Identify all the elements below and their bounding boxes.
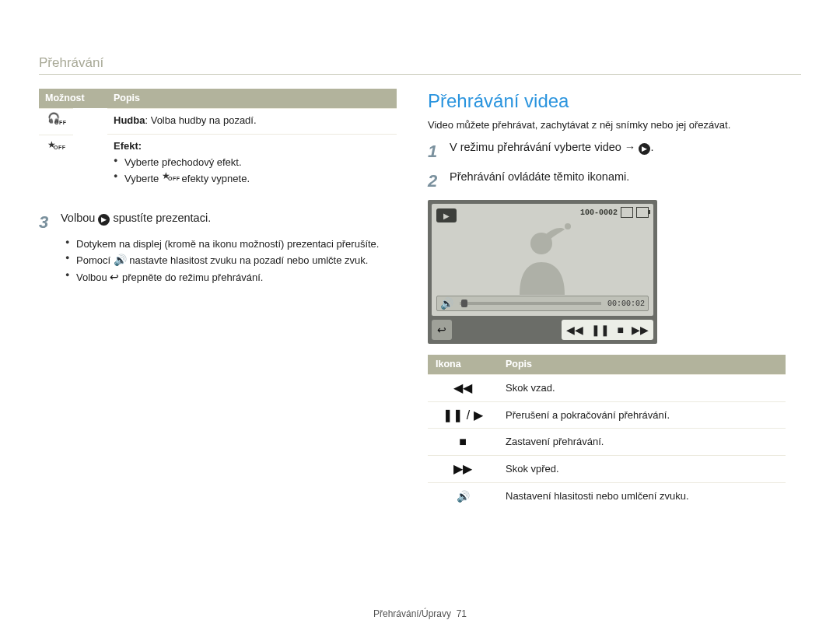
pause-icon: ❚❚ [591,323,610,338]
battery-icon [636,207,649,218]
progress-knob [461,299,467,307]
progress-track [460,302,601,305]
pause-play-icon: ❚❚ / ▶ [428,401,498,429]
left-column: Možnost Popis Hudba: Volba hudby na poza… [39,89,397,509]
section-title: Přehrávání videa [428,89,786,114]
options-table: Možnost Popis Hudba: Volba hudby na poza… [39,89,397,197]
speaker-icon [114,254,127,266]
step-number: 3 [39,211,53,234]
stop-icon: ■ [428,429,498,456]
play-circle-icon: ▶ [98,214,110,226]
rewind-icon: ◀◀ [428,375,498,402]
star-off-icon [39,135,73,159]
list-item: Vyberte efekty vypnete. [114,171,390,186]
cell-desc: Přerušení a pokračování přehrávání. [498,401,786,429]
page-footer: Přehrávání/Úpravy 71 [0,608,840,620]
table-row: ■ Zastavení přehrávání. [428,429,786,456]
crop-icon [621,207,633,218]
cell-music-desc: Hudba: Volba hudby na pozadí. [107,108,397,135]
svg-point-1 [565,223,571,229]
cell-effect-desc: Efekt: Vyberte přechodový efekt. Vyberte… [107,135,397,197]
manual-page: Přehrávání Možnost Popis Hudba: Volba hu… [0,0,840,634]
star-off-icon-inline [162,171,179,182]
return-icon [110,271,119,283]
file-counter: 100-0002 [580,208,618,219]
step-2: 2 Přehrávání ovládáte těmito ikonami. [428,170,786,193]
th-icon: Ikona [428,355,498,374]
cell-desc: Skok vzad. [498,375,786,402]
back-button [432,320,452,340]
progress-bar: 00:00:02 [436,296,649,311]
step-3: 3 Volbou ▶ spustíte prezentaci. [39,211,397,234]
step-number: 1 [428,140,442,163]
fast-forward-icon: ▶▶ [428,455,498,482]
table-row: Efekt: Vyberte přechodový efekt. Vyberte… [39,135,397,197]
right-column: Přehrávání videa Video můžete přehrávat,… [428,89,786,509]
list-item: Dotykem na displej (kromě na ikonu možno… [65,237,397,251]
footer-section: Přehrávání/Úpravy [373,608,451,619]
transport-controls: ◀◀ ❚❚ ■ ▶▶ [562,320,653,340]
running-header: Přehrávání [39,54,801,75]
table-row: ❚❚ / ▶ Přerušení a pokračování přehráván… [428,401,786,429]
icons-table: Ikona Popis ◀◀ Skok vzad. ❚❚ / ▶ Přeruše… [428,355,786,509]
cell-desc: Skok vpřed. [498,455,786,482]
player-bottom-bar: ◀◀ ❚❚ ■ ▶▶ [432,320,653,340]
step-text: Volbou ▶ spustíte prezentaci. [61,211,397,226]
stop-icon: ■ [618,323,624,338]
footer-page-number: 71 [457,608,467,619]
step-text: Přehrávání ovládáte těmito ikonami. [450,170,786,185]
table-row: ◀◀ Skok vzad. [428,375,786,402]
step-text: V režimu přehrávání vyberte video → ▶. [450,140,786,156]
cell-desc: Zastavení přehrávání. [498,429,786,456]
rewind-icon: ◀◀ [566,323,583,338]
speaker-icon [440,296,453,311]
th-desc: Popis [498,355,786,374]
section-intro: Video můžete přehrávat, zachytávat z něj… [428,118,786,132]
step3-notes: Dotykem na displej (kromě na ikonu možno… [65,237,397,285]
elapsed-time: 00:00:02 [607,299,645,310]
table-row: Hudba: Volba hudby na pozadí. [39,108,397,135]
th-desc: Popis [107,89,397,108]
table-row: ▶▶ Skok vpřed. [428,455,786,482]
video-player-preview: 100-0002 [428,200,657,344]
list-item: Pomocí nastavte hlasitost zvuku na pozad… [65,253,397,268]
silhouette-graphic [496,217,590,295]
viewport: 100-0002 [432,204,653,316]
step-number: 2 [428,170,442,193]
fast-forward-icon: ▶▶ [632,323,649,338]
step-1: 1 V režimu přehrávání vyberte video → ▶. [428,140,786,163]
headphones-off-icon [39,108,73,135]
movie-icon [436,208,457,222]
hud-top-right: 100-0002 [580,207,649,218]
table-row: Nastavení hlasitosti nebo umlčení zvuku. [428,482,786,509]
list-item: Volbou přepněte do režimu přehrávání. [65,270,397,285]
play-circle-icon: ▶ [639,143,650,155]
list-item: Vyberte přechodový efekt. [114,156,390,170]
th-option: Možnost [39,89,107,108]
cell-desc: Nastavení hlasitosti nebo umlčení zvuku. [498,482,786,509]
speaker-icon [428,482,498,509]
